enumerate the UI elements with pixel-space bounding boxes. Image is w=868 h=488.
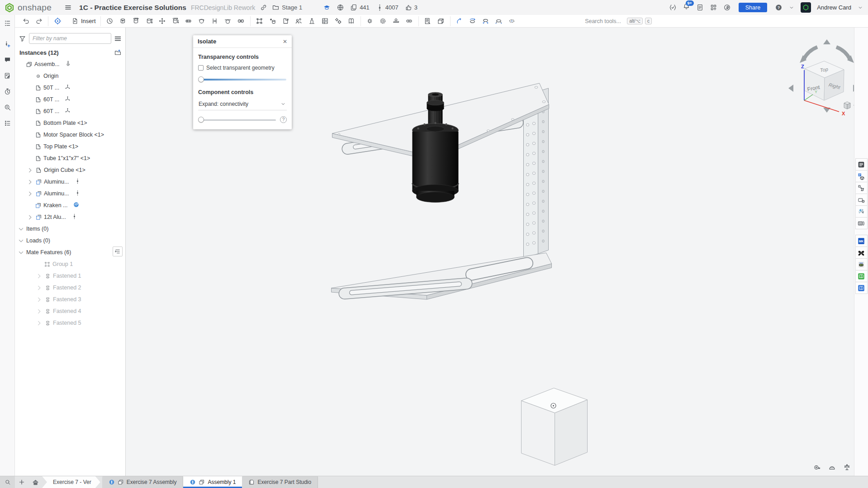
close-icon[interactable]: ✕ xyxy=(283,39,287,44)
help-button[interactable]: ? xyxy=(775,4,783,11)
expand-dropdown[interactable]: Expand: connectivity xyxy=(198,100,287,110)
insert-instance-icon[interactable] xyxy=(114,49,122,57)
link-icon[interactable] xyxy=(260,4,267,11)
gear-relation-button[interactable] xyxy=(364,16,376,27)
ball-mate-button[interactable] xyxy=(196,16,208,27)
spec-search-panel-button[interactable] xyxy=(1,101,13,113)
chevron-right-icon[interactable] xyxy=(36,284,43,291)
tree-row-origin[interactable]: Origin xyxy=(15,70,125,82)
insert-button[interactable]: Insert xyxy=(66,16,101,26)
tree-row-top-plate-1[interactable]: Top Plate <1> xyxy=(15,141,125,152)
bom-table-button[interactable] xyxy=(319,16,331,27)
tab-exercise-7-part-studio[interactable]: Exercise 7 Part Studio xyxy=(242,476,318,488)
bom-panel-button[interactable] xyxy=(855,158,868,171)
replicate-button[interactable] xyxy=(267,16,279,27)
tree-row-bottom-plate-1[interactable]: Bottom Plate <1> xyxy=(15,117,125,129)
viewport-search-button[interactable] xyxy=(0,476,15,488)
tool-search[interactable]: alt/⌥ c xyxy=(585,18,652,24)
in-context-button[interactable] xyxy=(306,16,318,27)
isolate-dialog-header[interactable]: Isolate ✕ xyxy=(193,35,292,48)
tool-search-input[interactable] xyxy=(585,18,625,24)
tree-row-aluminu[interactable]: Aluminu... xyxy=(15,176,125,188)
tree-row-50t[interactable]: 50T ... xyxy=(15,82,125,94)
chevron-down-icon[interactable] xyxy=(18,249,24,256)
display-states-button[interactable] xyxy=(506,16,518,27)
slider-track[interactable] xyxy=(199,79,286,81)
graduation-cap-icon[interactable] xyxy=(323,4,331,11)
selection-panel-button[interactable] xyxy=(855,194,868,206)
slider-track[interactable] xyxy=(199,119,276,121)
chevron-right-icon[interactable] xyxy=(36,320,43,327)
animate-button[interactable] xyxy=(454,16,465,27)
origin-cube[interactable] xyxy=(522,388,588,465)
expand-distance-slider[interactable] xyxy=(199,117,276,123)
mate-connector-button[interactable] xyxy=(52,16,63,27)
origin-marker[interactable] xyxy=(551,403,556,408)
notes-panel-button[interactable] xyxy=(1,70,13,81)
undo-button[interactable] xyxy=(20,16,32,27)
group-mate-button[interactable] xyxy=(254,16,266,27)
onshape-logo[interactable]: onshape xyxy=(5,3,52,13)
rotate-ccw-arrow[interactable] xyxy=(804,47,817,59)
tree-row-items-0[interactable]: Items (0) xyxy=(15,223,125,235)
derived-part-button[interactable] xyxy=(280,16,292,27)
user-name[interactable]: Andrew Card xyxy=(817,4,851,11)
user-avatar[interactable] xyxy=(801,2,811,13)
new-tab-button[interactable] xyxy=(15,476,28,488)
pattern-panel-button[interactable] xyxy=(855,182,868,194)
pin-slot-mate-button[interactable] xyxy=(183,16,194,27)
graphics-viewport[interactable]: Isolate ✕ Transparency controls Select t… xyxy=(126,28,854,476)
robot-app-button[interactable] xyxy=(855,258,868,270)
protractor-button[interactable] xyxy=(826,462,837,472)
tree-row-assemb[interactable]: Assemb... xyxy=(15,58,125,70)
likes-count[interactable]: 3 xyxy=(405,4,417,11)
history-panel-button[interactable] xyxy=(1,85,13,97)
tree-row-mate-features-6[interactable]: Mate Features (6) xyxy=(15,246,125,258)
tree-options-icon[interactable] xyxy=(114,35,122,43)
list-panel-button[interactable] xyxy=(1,117,13,129)
fastened-mate-button[interactable] xyxy=(117,16,129,27)
copies-count[interactable]: 441 xyxy=(350,4,370,11)
revolute-mate-button[interactable] xyxy=(130,16,142,27)
gear-cluster-button[interactable] xyxy=(332,16,344,27)
tab-assembly-1[interactable]: Assembly 1 xyxy=(183,476,242,488)
spin-view-button[interactable] xyxy=(467,16,479,27)
filter-input[interactable] xyxy=(29,33,111,44)
gear-button[interactable] xyxy=(377,16,389,27)
rack-pinion-button[interactable] xyxy=(390,16,402,27)
tree-row-fastened-3[interactable]: Fastened 3 xyxy=(15,294,125,305)
chevron-right-icon[interactable] xyxy=(27,167,33,174)
tab-exercise-7-assembly[interactable]: Exercise 7 Assembly xyxy=(102,476,184,488)
mate-relation-button[interactable] xyxy=(235,16,247,27)
chevron-down-icon[interactable] xyxy=(18,237,24,244)
filter-icon[interactable] xyxy=(19,35,26,43)
structure-panel-button[interactable] xyxy=(1,17,13,29)
tangent-mate-button[interactable] xyxy=(222,16,234,27)
publication-button[interactable] xyxy=(346,16,357,27)
frame-button[interactable] xyxy=(435,16,447,27)
blue-library-app-button[interactable] xyxy=(855,282,868,294)
rotate-up-arrow[interactable] xyxy=(823,39,830,44)
globe-icon[interactable] xyxy=(337,4,344,11)
tree-row-loads-0[interactable]: Loads (0) xyxy=(15,235,125,246)
rotate-right-arrow[interactable] xyxy=(853,85,854,92)
help-icon[interactable]: ? xyxy=(280,116,287,123)
rotate-cw-arrow[interactable] xyxy=(836,47,850,59)
checkbox[interactable] xyxy=(198,65,204,71)
tree-row-60t[interactable]: 60T ... xyxy=(15,105,125,117)
instances-count[interactable]: 4007 xyxy=(376,4,398,11)
tree-row-tube-1-x1-x7-1[interactable]: Tube 1"x1"x7" <1> xyxy=(15,152,125,164)
tree-row-fastened-1[interactable]: Fastened 1 xyxy=(15,270,125,282)
chevron-right-icon[interactable] xyxy=(36,273,43,280)
chevron-right-icon[interactable] xyxy=(27,179,33,185)
viewcube-menu-caret[interactable] xyxy=(854,105,854,108)
parallel-mate-button[interactable] xyxy=(209,16,221,27)
slider-mate-button[interactable] xyxy=(143,16,155,27)
chevron-right-icon[interactable] xyxy=(36,296,43,303)
tree-row-aluminu[interactable]: Aluminu... xyxy=(15,188,125,199)
configuration-button[interactable] xyxy=(293,16,305,27)
project-label[interactable]: FRCDesignLib Rework xyxy=(191,4,255,11)
tree-row-fastened-5[interactable]: Fastened 5 xyxy=(15,317,125,329)
comments-panel-button[interactable] xyxy=(1,54,13,66)
belt-relation-button[interactable] xyxy=(403,16,415,27)
